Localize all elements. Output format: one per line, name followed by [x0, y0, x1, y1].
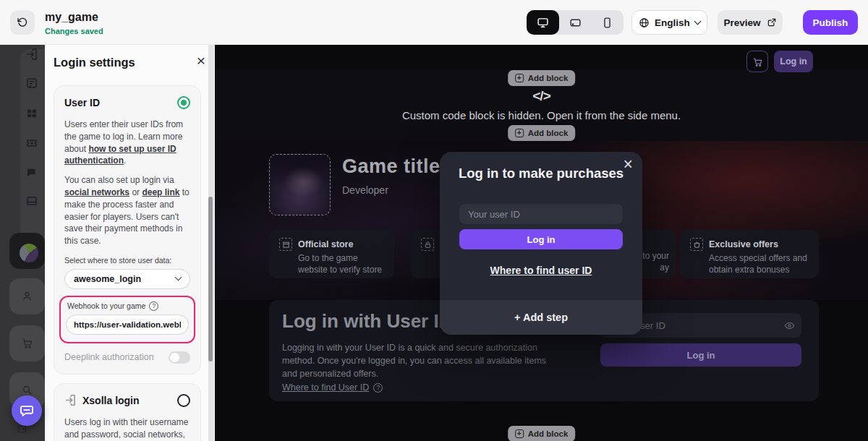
chevron-down-icon — [175, 274, 182, 281]
custom-code-message: Custom code block is hidden. Open it fro… — [402, 109, 681, 121]
login-section-heading: Log in with User ID — [282, 310, 452, 333]
tablet-toggle[interactable] — [559, 10, 592, 35]
card-desc: Access special offers and obtain extra b… — [709, 253, 809, 276]
eye-icon[interactable] — [784, 320, 795, 331]
add-block-button-bottom[interactable]: + Add block — [508, 426, 576, 441]
card-title: Exclusive offers — [709, 238, 809, 251]
game-developer: Developer — [342, 184, 388, 196]
add-block-button-top[interactable]: + Add block — [508, 70, 576, 86]
sidebar-item-cart[interactable] — [9, 325, 45, 361]
close-icon[interactable]: × — [197, 53, 205, 68]
cart-button[interactable] — [746, 51, 768, 72]
card-desc: to youray — [642, 251, 669, 274]
chat-icon[interactable] — [25, 166, 38, 179]
add-block-label: Add block — [528, 74, 569, 82]
plus-icon: + — [515, 74, 524, 82]
project-title: my_game — [45, 11, 98, 24]
xsolla-login-option-card: Xsolla login Users log in with their use… — [54, 383, 201, 441]
card-desc: Go to the game website to verify store — [298, 253, 384, 276]
cart-icon — [21, 337, 33, 349]
desktop-toggle[interactable] — [527, 10, 559, 35]
panel-body: User ID Users enter their user IDs from … — [54, 85, 201, 441]
where-to-find-userid-link[interactable]: Where to find User ID ? — [282, 382, 383, 393]
bag-icon — [690, 238, 703, 251]
tablet-icon — [569, 17, 582, 29]
panel-scrollbar-thumb[interactable] — [208, 197, 213, 361]
login-section-body: Logging in with your User ID is a quick … — [282, 341, 561, 380]
feature-card-official-store[interactable]: Official store Go to the game website to… — [269, 230, 394, 278]
lock-icon — [421, 238, 434, 251]
undo-icon — [17, 17, 28, 28]
login-section-login-button[interactable]: Log in — [600, 343, 801, 367]
feature-card-exclusive-offers[interactable]: Exclusive offers Access special offers a… — [680, 230, 819, 278]
mobile-icon — [601, 17, 613, 29]
plus-icon: + — [515, 129, 524, 137]
login-arrow-icon[interactable] — [25, 48, 38, 61]
deeplink-toggle-off[interactable] — [169, 351, 190, 364]
save-status: Changes saved — [45, 27, 103, 35]
preview-button[interactable]: Preview — [718, 10, 783, 35]
user-id-description-1: Users enter their user IDs from the game… — [64, 119, 190, 167]
desktop-icon — [537, 17, 549, 29]
social-networks-link[interactable]: social networks — [64, 187, 129, 197]
xsolla-radio-unselected[interactable] — [177, 394, 190, 407]
globe-icon — [639, 17, 650, 28]
code-icon: </> — [532, 88, 550, 104]
xsolla-option-title: Xsolla login — [82, 395, 140, 406]
login-arrow-icon — [64, 394, 77, 406]
help-icon: ? — [373, 383, 383, 393]
app-root: Log in + Add block </> Custom code block… — [0, 0, 868, 441]
login-settings-panel: Login settings × User ID Users enter the… — [45, 45, 215, 441]
store-user-data-label: Select where to store user data: — [64, 256, 190, 265]
login-modal-body: × Log in to make purchases Log in Where … — [440, 152, 642, 300]
user-id-description-2: You can also set up login via social net… — [64, 174, 190, 247]
modal-userid-input[interactable] — [459, 204, 623, 224]
news-icon[interactable] — [25, 77, 38, 90]
deep-link-link[interactable]: deep link — [142, 187, 179, 197]
blocks-icon[interactable] — [25, 107, 38, 120]
webhook-label: Webhook to your game — [67, 301, 145, 310]
game-title: Game title — [342, 155, 441, 178]
ticket-icon[interactable] — [25, 137, 38, 150]
store-select[interactable]: awesome_login — [64, 269, 190, 289]
footer-icon[interactable] — [25, 194, 38, 207]
login-modal: × Log in to make purchases Log in Where … — [440, 152, 642, 335]
store-icon — [279, 238, 292, 251]
question-icon[interactable]: ? — [149, 301, 158, 311]
add-block-label: Add block — [528, 429, 569, 438]
add-block-label: Add block — [528, 129, 569, 137]
support-chat-button[interactable] — [12, 395, 42, 426]
search-icon — [21, 384, 33, 396]
add-block-button-middle[interactable]: + Add block — [508, 125, 576, 141]
xsolla-description: Users log in with their username and pas… — [64, 416, 190, 441]
undo-button[interactable] — [10, 10, 35, 35]
site-logo-card[interactable] — [9, 233, 45, 269]
webhook-highlight-box: Webhook to your game ? — [59, 296, 195, 343]
preview-label: Preview — [723, 17, 760, 28]
publish-button[interactable]: Publish — [803, 10, 858, 35]
modal-where-to-find-link: Where to find user ID — [440, 265, 642, 276]
chevron-down-icon — [694, 17, 701, 25]
modal-title: Log in to make purchases — [440, 166, 642, 181]
user-id-option-title: User ID — [64, 97, 100, 108]
card-title: Official store — [298, 238, 384, 251]
webhook-input[interactable] — [66, 314, 189, 335]
store-select-value: awesome_login — [74, 274, 141, 284]
modal-login-button[interactable]: Log in — [459, 229, 623, 249]
chat-bubble-icon — [19, 403, 35, 419]
panel-title: Login settings — [54, 56, 135, 69]
language-select[interactable]: English — [631, 10, 707, 35]
mobile-toggle[interactable] — [591, 10, 624, 35]
device-preview-toggle — [527, 10, 624, 35]
sidebar-item-account[interactable] — [9, 278, 45, 314]
game-avatar-image[interactable] — [269, 154, 331, 215]
panel-scrollbar-track[interactable] — [208, 45, 214, 441]
person-icon — [21, 290, 33, 302]
language-value: English — [655, 17, 690, 28]
add-step-button[interactable]: + Add step — [440, 300, 642, 335]
preview-nav-login-button[interactable]: Log in — [774, 51, 813, 72]
user-id-radio-selected[interactable] — [177, 96, 190, 109]
external-link-icon — [767, 17, 777, 27]
plus-icon: + — [515, 429, 524, 438]
site-logo — [20, 244, 38, 262]
